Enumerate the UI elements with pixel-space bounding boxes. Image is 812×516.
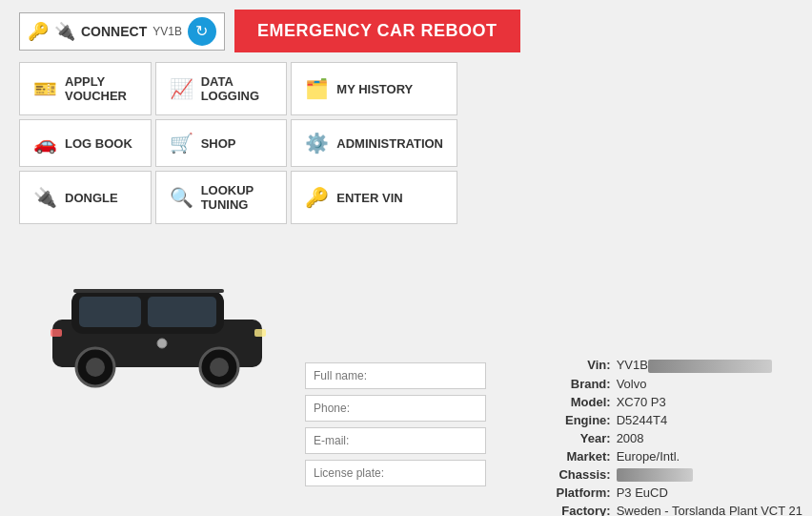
engine-row: Engine: D5244T4 <box>525 413 802 427</box>
brand-label: Brand: <box>525 377 611 391</box>
svg-rect-2 <box>79 297 141 327</box>
model-row: Model: XC70 P3 <box>525 395 802 409</box>
vin-label: Vin: <box>525 358 611 372</box>
refresh-button[interactable]: ↻ <box>188 17 216 46</box>
model-value: XC70 P3 <box>617 395 666 409</box>
svg-point-11 <box>157 339 167 348</box>
grid-btn-enter-vin[interactable]: 🔑ENTER VIN <box>291 171 457 224</box>
dongle-icon: 🔌 <box>33 186 57 209</box>
grid-btn-shop[interactable]: 🛒SHOP <box>155 119 288 167</box>
svg-point-5 <box>86 358 105 377</box>
administration-label: ADMINISTRATION <box>336 136 443 151</box>
factory-row: Factory: Sweden - Torslanda Plant VCT 21 <box>525 504 802 516</box>
key-icon: 🔑 <box>28 21 49 42</box>
car-info-panel: Vin: YV1B Brand: Volvo Model: XC70 P3 En… <box>525 358 812 516</box>
main-grid: 🎫APPLY VOUCHER📈DATA LOGGING🗂️MY HISTORY🚗… <box>0 62 477 224</box>
data-logging-icon: 📈 <box>170 77 193 100</box>
data-logging-label: DATA LOGGING <box>201 74 274 103</box>
grid-btn-administration[interactable]: ⚙️ADMINISTRATION <box>291 119 457 167</box>
engine-value: D5244T4 <box>617 413 667 427</box>
chassis-row: Chassis: <box>525 467 802 483</box>
svg-rect-10 <box>73 289 224 293</box>
lookup-tuning-icon: 🔍 <box>170 186 193 209</box>
dongle-label: DONGLE <box>65 191 118 205</box>
apply-voucher-icon: 🎫 <box>33 77 57 100</box>
svg-rect-8 <box>254 329 266 337</box>
email-input[interactable] <box>305 427 486 454</box>
car-image <box>19 234 295 405</box>
market-value: Europe/Intl. <box>617 449 680 464</box>
license-plate-input[interactable] <box>305 460 486 486</box>
platform-row: Platform: P3 EuCD <box>525 485 802 500</box>
shop-label: SHOP <box>201 136 236 151</box>
top-bar: 🔑 🔌 CONNECT YV1B ↻ EMERGENCY CAR REBOOT <box>0 0 812 62</box>
connect-label: CONNECT <box>81 24 147 39</box>
platform-label: Platform: <box>525 485 611 500</box>
chassis-value <box>617 467 693 483</box>
svg-point-7 <box>210 358 229 377</box>
my-history-label: MY HISTORY <box>336 82 413 96</box>
administration-icon: ⚙️ <box>305 132 329 155</box>
svg-rect-3 <box>148 297 216 327</box>
market-label: Market: <box>525 449 611 464</box>
emergency-reboot-button[interactable]: EMERGENCY CAR REBOOT <box>234 10 520 52</box>
apply-voucher-label: APPLY VOUCHER <box>65 74 137 103</box>
year-value: 2008 <box>617 431 644 445</box>
grid-btn-apply-voucher[interactable]: 🎫APPLY VOUCHER <box>19 62 152 115</box>
shop-icon: 🛒 <box>170 132 193 155</box>
log-book-label: LOG BOOK <box>65 136 132 151</box>
year-label: Year: <box>525 431 611 445</box>
year-row: Year: 2008 <box>525 431 802 445</box>
connect-button[interactable]: 🔑 🔌 CONNECT YV1B ↻ <box>19 12 225 51</box>
refresh-icon: ↻ <box>195 22 208 40</box>
grid-btn-lookup-tuning[interactable]: 🔍LOOKUP TUNING <box>155 171 288 224</box>
vin-row: Vin: YV1B <box>525 358 802 373</box>
user-form <box>305 362 486 516</box>
plug-icon: 🔌 <box>54 21 75 42</box>
model-label: Model: <box>525 395 611 409</box>
content-area: Vin: YV1B Brand: Volvo Model: XC70 P3 En… <box>0 224 812 516</box>
svg-rect-9 <box>51 329 62 337</box>
vin-value: YV1B <box>617 358 772 373</box>
market-row: Market: Europe/Intl. <box>525 449 802 464</box>
grid-btn-data-logging[interactable]: 📈DATA LOGGING <box>155 62 288 115</box>
full-name-input[interactable] <box>305 362 486 389</box>
phone-input[interactable] <box>305 395 486 422</box>
grid-btn-my-history[interactable]: 🗂️MY HISTORY <box>291 62 457 115</box>
engine-label: Engine: <box>525 413 611 427</box>
platform-value: P3 EuCD <box>617 485 668 500</box>
chassis-label: Chassis: <box>525 467 611 482</box>
factory-value: Sweden - Torslanda Plant VCT 21 <box>617 504 802 516</box>
enter-vin-label: ENTER VIN <box>336 191 402 205</box>
my-history-icon: 🗂️ <box>305 77 329 100</box>
brand-value: Volvo <box>617 377 647 391</box>
lookup-tuning-label: LOOKUP TUNING <box>201 183 274 212</box>
grid-btn-dongle[interactable]: 🔌DONGLE <box>19 171 152 224</box>
log-book-icon: 🚗 <box>33 132 57 155</box>
enter-vin-icon: 🔑 <box>305 186 329 209</box>
factory-label: Factory: <box>525 504 611 516</box>
vin-display: YV1B <box>152 25 182 38</box>
grid-btn-log-book[interactable]: 🚗LOG BOOK <box>19 119 152 167</box>
brand-row: Brand: Volvo <box>525 377 802 391</box>
